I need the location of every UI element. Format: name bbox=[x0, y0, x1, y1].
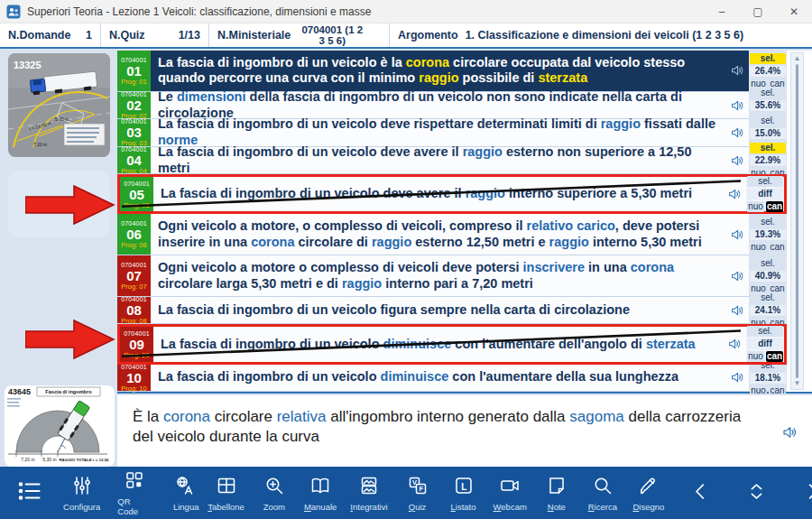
question-number-badge: 070400106Prog: 06 bbox=[117, 214, 151, 255]
toolbar-button-ricerca[interactable]: Ricerca bbox=[584, 475, 622, 512]
svg-text:RAGGIO TOTALE r = 12,50: RAGGIO TOTALE r = 12,50 bbox=[59, 458, 109, 462]
toolbar-nav-group bbox=[682, 479, 812, 507]
speaker-icon[interactable] bbox=[723, 327, 746, 361]
svg-text:7,20 m: 7,20 m bbox=[33, 142, 47, 147]
stat-value: 26.4% bbox=[750, 66, 786, 77]
sel-cell[interactable]: sel. bbox=[747, 176, 783, 187]
question-row[interactable]: 070400101Prog: 01La fascia di ingombro d… bbox=[117, 51, 787, 92]
sel-cell[interactable]: sel. bbox=[750, 53, 786, 64]
toolbar-button-lingua[interactable]: Lingua bbox=[167, 475, 205, 512]
can-button[interactable]: can bbox=[769, 242, 786, 253]
scrollbar-thumb[interactable] bbox=[796, 64, 798, 378]
maximize-button[interactable]: ▢ bbox=[740, 0, 776, 23]
toolbar-button-listato[interactable]: LListato bbox=[445, 475, 483, 512]
tool-label: Tabellone bbox=[208, 502, 245, 512]
question-row[interactable]: 070400106Prog: 06Ogni veicolo a motore, … bbox=[117, 214, 787, 255]
toolbar-button-disegno[interactable]: Disegno bbox=[630, 475, 668, 512]
toolbar-button-chevron-left[interactable] bbox=[682, 479, 720, 507]
can-button[interactable]: can bbox=[769, 385, 786, 396]
sel-cell[interactable]: sel. bbox=[750, 258, 786, 269]
question-text: Le dimensioni della fascia di ingombro d… bbox=[151, 92, 725, 119]
truck-turning-radius-image[interactable]: 13325 r = 12,50 m 5,30 m 7,20 m bbox=[8, 53, 110, 157]
scroll-up-icon[interactable]: ▲ bbox=[794, 55, 801, 62]
webcam-icon bbox=[499, 475, 521, 500]
tool-label: Zoom bbox=[263, 502, 285, 512]
question-list: 070400101Prog: 01La fascia di ingombro d… bbox=[117, 51, 787, 392]
question-text: Ogni veicolo a motore, o complesso di ve… bbox=[151, 214, 725, 255]
stat-value: 35.6% bbox=[750, 100, 786, 111]
toolbar-button-webcam[interactable]: Webcam bbox=[491, 475, 530, 512]
chevron-left-icon bbox=[688, 479, 713, 507]
question-row[interactable]: 070400108Prog: 08La fascia di ingombro d… bbox=[117, 297, 787, 325]
question-row[interactable]: 070400102Prog: 02Le dimensioni della fas… bbox=[117, 92, 787, 120]
fascia-ingombro-image[interactable]: 43645 Fascia di ingombro bbox=[5, 385, 115, 467]
question-number-badge: 070400107Prog: 07 bbox=[117, 255, 151, 296]
question-number-badge: 070400109Prog: 09 bbox=[120, 327, 153, 361]
svg-text:F: F bbox=[419, 485, 423, 493]
question-number-badge: 070400104Prog: 04 bbox=[117, 147, 151, 174]
can-button[interactable]: can bbox=[766, 351, 783, 362]
sel-cell[interactable]: sel. bbox=[750, 143, 786, 153]
scroll-down-icon[interactable]: ▼ bbox=[794, 380, 801, 387]
question-row[interactable]: 070400110Prog: 10La fascia di ingombro d… bbox=[117, 365, 787, 393]
nuo-button[interactable]: nuo bbox=[750, 385, 767, 396]
speaker-icon[interactable] bbox=[725, 214, 749, 255]
sel-cell[interactable]: sel. bbox=[750, 217, 786, 227]
minimize-button[interactable]: – bbox=[704, 0, 740, 23]
sel-cell[interactable]: sel. bbox=[747, 326, 783, 337]
field-n-domande: N.Domande 1 bbox=[0, 23, 101, 47]
nuo-button[interactable]: nuo bbox=[747, 351, 764, 362]
tool-label: Configura bbox=[63, 502, 100, 512]
question-text: La fascia di ingombro di un veicolo deve… bbox=[153, 177, 723, 211]
image-title: Fascia di ingombro bbox=[45, 389, 92, 394]
sel-cell[interactable]: sel. bbox=[750, 116, 786, 126]
title-bar: Superiori Teoria - Lezione 1 Veicoli: cl… bbox=[0, 0, 812, 23]
nuo-button[interactable]: nuo bbox=[747, 201, 764, 212]
speaker-icon[interactable] bbox=[725, 255, 749, 296]
field-n-ministeriale: N.Ministeriale 0704001 (1 2 3 5 6) bbox=[209, 23, 390, 47]
sel-cell[interactable]: sel. bbox=[750, 292, 786, 303]
disegno-icon bbox=[638, 475, 660, 500]
speaker-icon[interactable] bbox=[725, 51, 749, 91]
stat-value: 22.9% bbox=[750, 155, 786, 166]
question-text: La fascia di ingombro di un veicolo figu… bbox=[151, 297, 725, 324]
question-row[interactable]: 070400107Prog: 07Ogni veicolo a motore o… bbox=[117, 255, 787, 297]
speaker-icon[interactable] bbox=[723, 177, 746, 211]
explanation-text: È la corona circolare relativa all'ingom… bbox=[133, 407, 765, 448]
speaker-icon[interactable] bbox=[725, 147, 749, 174]
toolbar-button-chevron-right[interactable] bbox=[794, 479, 812, 507]
toolbar-button-configura[interactable]: Configura bbox=[61, 475, 102, 512]
toolbar-button-manuale[interactable]: Manuale bbox=[301, 475, 339, 512]
toolbar-button-integrativi[interactable]: Integrativi bbox=[347, 475, 390, 512]
scrollbar[interactable]: ▲ ▼ bbox=[790, 52, 804, 390]
question-row[interactable]: 070400109Prog: 09La fascia di ingombro d… bbox=[117, 324, 787, 364]
toolbar-button-menu-list[interactable] bbox=[11, 477, 49, 508]
question-row[interactable]: 070400105Prog: 05La fascia di ingombro d… bbox=[117, 174, 787, 214]
toolbar-button-zoom[interactable]: Zoom bbox=[255, 475, 293, 512]
speaker-icon[interactable] bbox=[725, 365, 749, 392]
question-row[interactable]: 070400103Prog: 03La fascia di ingombro d… bbox=[117, 119, 787, 147]
tool-label: QR Code bbox=[117, 496, 152, 516]
nuo-button[interactable]: nuo bbox=[750, 242, 767, 253]
sel-cell[interactable]: sel. bbox=[750, 88, 786, 98]
question-stats: sel.diffnuocan bbox=[746, 177, 784, 211]
can-button[interactable]: can bbox=[766, 201, 783, 212]
question-number-badge: 070400110Prog: 10 bbox=[117, 365, 151, 392]
speaker-icon[interactable] bbox=[725, 119, 749, 146]
speaker-icon[interactable] bbox=[725, 92, 749, 119]
svg-text:V: V bbox=[412, 478, 417, 487]
toolbar-button-chevron-updown[interactable] bbox=[738, 479, 776, 507]
explanation-speaker-icon[interactable] bbox=[781, 424, 798, 440]
tool-label: Webcam bbox=[494, 502, 527, 512]
question-row[interactable]: 070400104Prog: 04La fascia di ingombro d… bbox=[117, 147, 787, 175]
question-text: La fascia di ingombro di un veicolo dimi… bbox=[151, 365, 725, 392]
toolbar-button-note[interactable]: Note bbox=[538, 475, 576, 512]
question-text: Ogni veicolo a motore o complesso di vei… bbox=[151, 255, 725, 296]
toolbar-button-tabellone[interactable]: Tabellone bbox=[205, 475, 247, 512]
toolbar-button-qr-code[interactable]: QR Code bbox=[115, 469, 154, 516]
question-number-badge: 070400103Prog: 03 bbox=[117, 119, 151, 146]
tool-label: Quiz bbox=[409, 502, 427, 512]
close-button[interactable]: ✕ bbox=[776, 0, 812, 23]
toolbar-button-quiz[interactable]: VFQuiz bbox=[399, 475, 437, 512]
speaker-icon[interactable] bbox=[725, 297, 749, 324]
